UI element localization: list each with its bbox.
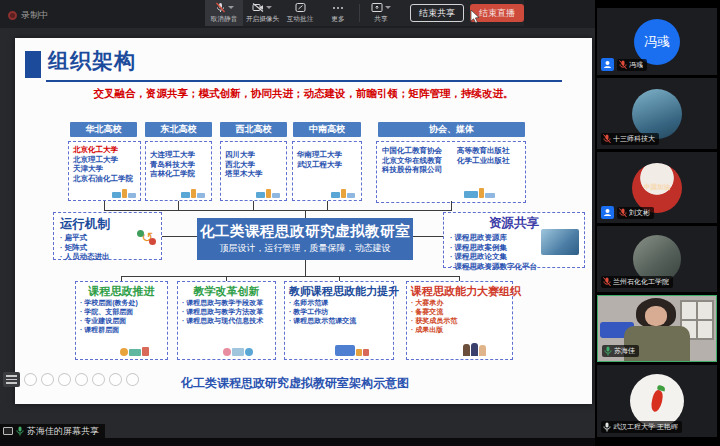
camera-caret-icon[interactable] (266, 6, 272, 9)
operating-mechanism-box: 运行机制 扁平式 矩阵式 人员动态进出 ↺ (53, 212, 162, 260)
name-tag: 刘文彬 (617, 207, 654, 219)
clipart-illustration (464, 188, 495, 198)
people-cycle-icon: ↺ (141, 229, 153, 245)
clipart-illustration (112, 189, 136, 198)
annotation-button[interactable]: 互动批注 (281, 0, 319, 26)
screen-icon (3, 427, 13, 435)
toolbar-divider (359, 4, 360, 22)
mic-muted-icon (619, 60, 627, 70)
mic-live-icon (604, 346, 612, 356)
mic-live-icon (603, 422, 611, 432)
highlighter-tool-icon[interactable] (58, 373, 71, 386)
center-hub-box: 化工类课程思政研究虚拟教研室 顶层设计，运行管理，质量保障，动态建设 (197, 218, 413, 260)
association-list-left: 中国化工教育协会 北京文华在线教育 科技股份有限公司 (382, 146, 442, 175)
annotation-menu-icon[interactable] (3, 372, 20, 387)
clear-tool-icon[interactable] (126, 373, 139, 386)
more-ellipsis-icon (332, 2, 344, 13)
pen-tool-icon[interactable] (41, 373, 54, 386)
speaker-face (645, 306, 667, 326)
participant-tile[interactable]: 兰州石化化工学院 (597, 226, 717, 292)
hub-subtitle: 顶层设计，运行管理，质量保障，动态建设 (197, 242, 413, 255)
mic-live-icon (16, 426, 24, 436)
clipart-illustration (181, 189, 205, 198)
meeting-topbar: 录制中 取消静音 开启摄像头 互动批注 (0, 0, 595, 28)
mouse-cursor (470, 9, 481, 28)
host-badge-icon (601, 58, 614, 71)
resource-sharing-box: 资源共享 课程思政资源库 课程思政案例集 课程思政论文集 课程思政资源数字化平台 (443, 212, 585, 268)
participant-tile[interactable]: 武汉工程大学 王艳晖 (597, 365, 717, 437)
column-header-north: 华北高校 (70, 122, 137, 137)
mic-muted-icon (619, 208, 627, 218)
mic-caret-icon[interactable] (228, 6, 234, 9)
university-list-northwest: 四川大学 西北大学 塔里木大学 (220, 141, 287, 201)
clipart-illustration (223, 348, 253, 356)
connector-line (305, 210, 306, 218)
association-media-list: 中国化工教育协会 北京文华在线教育 科技股份有限公司 高等教育出版社 化学工业出… (376, 141, 526, 203)
university-list-central: 华南理工大学 武汉工程大学 (292, 141, 362, 201)
chili-illustration (649, 389, 664, 413)
share-button[interactable]: 共享 (362, 0, 400, 26)
clipart-illustration (256, 189, 280, 198)
share-caret-icon[interactable] (385, 6, 391, 9)
hub-title: 化工类课程思政研究虚拟教研室 (197, 222, 413, 241)
laser-tool-icon[interactable] (24, 373, 37, 386)
avatar: 冯彧 (634, 19, 680, 65)
name-tag: 冯彧 (617, 59, 647, 71)
undo-tool-icon[interactable] (109, 373, 122, 386)
recording-label: 录制中 (21, 9, 48, 22)
eraser-tool-icon[interactable] (92, 373, 105, 386)
annotation-icon (295, 2, 306, 13)
teaching-reform-box: 教学改革创新 课程思政与教学手段改革 课程思政与教学方法改革 课程思政与现代信息… (177, 281, 276, 360)
mic-muted-icon (603, 277, 611, 287)
end-share-button[interactable]: 结束共享 (410, 4, 464, 22)
camera-on-button[interactable]: 开启摄像头 (243, 0, 281, 26)
record-dot-icon (8, 11, 17, 20)
connector-line (162, 236, 197, 237)
participant-tile[interactable]: 十三师科技大 (597, 78, 717, 149)
name-tag: 苏海佳 (602, 345, 639, 357)
connector-line (305, 260, 306, 276)
clipart-illustration (335, 345, 369, 356)
connector-bus-top (104, 210, 452, 211)
association-list-right: 高等教育出版社 化学工业出版社 (457, 146, 510, 165)
recording-indicator: 录制中 (8, 9, 48, 22)
more-button[interactable]: 更多 (319, 0, 357, 26)
meeting-window: 录制中 取消静音 开启摄像头 互动批注 (0, 0, 720, 446)
unmute-button[interactable]: 取消静音 (205, 0, 243, 26)
column-header-northwest: 西北高校 (220, 122, 287, 137)
host-badge-icon (601, 206, 614, 219)
participant-tile[interactable]: 冯彧 冯彧 (597, 8, 717, 75)
share-screen-icon (371, 2, 391, 13)
clipart-illustration (463, 343, 486, 356)
connector-line (413, 236, 443, 237)
camera-off-icon (252, 2, 272, 13)
avatar (632, 89, 682, 139)
connector-bus-bottom (121, 276, 460, 277)
clipart-illustration (120, 347, 149, 356)
microphone-muted-icon (215, 2, 234, 13)
column-header-central: 中南高校 (293, 122, 361, 137)
teacher-ability-box: 教师课程思政能力提升 名师示范课 教学工作坊 课程思政示范课交流 (284, 281, 394, 360)
name-tag: 兰州石化化工学院 (601, 276, 673, 288)
university-list-north: 北京化工大学 北京理工大学 天津大学 北京石油化工学院 (68, 141, 141, 201)
share-banner: 苏海佳的屏幕共享 (0, 424, 105, 438)
mic-muted-icon (603, 134, 611, 144)
course-promotion-box: 课程思政推进 学校层面(教务处) 学院、支部层面 专业建设层面 课程群层面 (75, 281, 168, 360)
slide-title: 组织架构 (48, 47, 136, 75)
column-header-media: 协会、媒体 (378, 122, 525, 137)
university-list-northeast: 大连理工大学 青岛科技大学 吉林化工学院 (145, 141, 212, 201)
name-tag: 武汉工程大学 王艳晖 (601, 421, 682, 433)
industry-photo (541, 229, 579, 255)
annotation-mini-toolbar (3, 372, 139, 387)
presentation-slide: 组织架构 交叉融合，资源共享；模式创新，协同共进；动态建设，前瞻引领；矩阵管理，… (15, 38, 592, 404)
column-header-northeast: 东北高校 (145, 122, 212, 137)
name-tag: 十三师科技大 (601, 133, 659, 145)
avatar (630, 374, 684, 428)
title-underline (46, 80, 562, 82)
avatar: 中国加油 (632, 163, 682, 213)
slide-subtitle: 交叉融合，资源共享；模式创新，协同共进；动态建设，前瞻引领；矩阵管理，持续改进。 (15, 87, 592, 101)
shape-tool-icon[interactable] (75, 373, 88, 386)
participants-sidebar[interactable]: 冯彧 冯彧 十三师科技大 中国加油 刘文彬 (595, 0, 720, 446)
participant-tile-speaking[interactable]: 苏海佳 (597, 295, 717, 362)
participant-tile[interactable]: 中国加油 刘文彬 (597, 152, 717, 223)
